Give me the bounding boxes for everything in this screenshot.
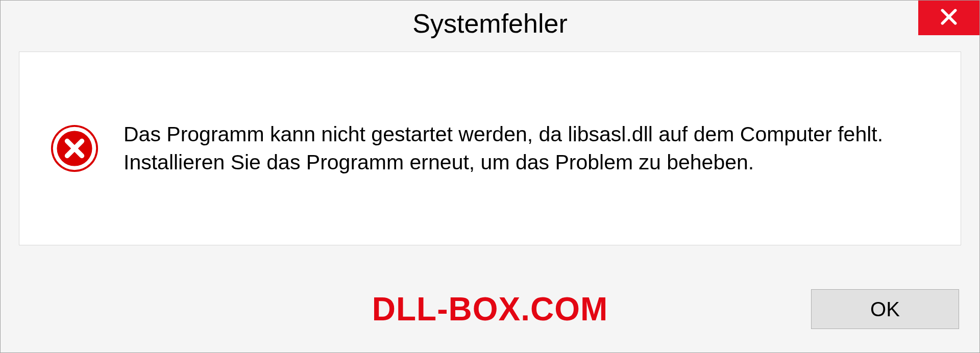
titlebar: Systemfehler: [1, 1, 979, 46]
close-icon: [939, 7, 959, 29]
content-panel: Das Programm kann nicht gestartet werden…: [19, 52, 961, 245]
close-button[interactable]: [918, 1, 979, 35]
ok-button[interactable]: OK: [811, 289, 959, 329]
dialog-title: Systemfehler: [412, 8, 567, 39]
dialog-footer: DLL-BOX.COM OK: [1, 266, 979, 352]
error-icon: [50, 124, 99, 173]
error-message: Das Programm kann nicht gestartet werden…: [124, 120, 899, 177]
watermark-text: DLL-BOX.COM: [372, 290, 608, 328]
system-error-dialog: Systemfehler Das Programm kann nicht ges…: [0, 0, 980, 353]
